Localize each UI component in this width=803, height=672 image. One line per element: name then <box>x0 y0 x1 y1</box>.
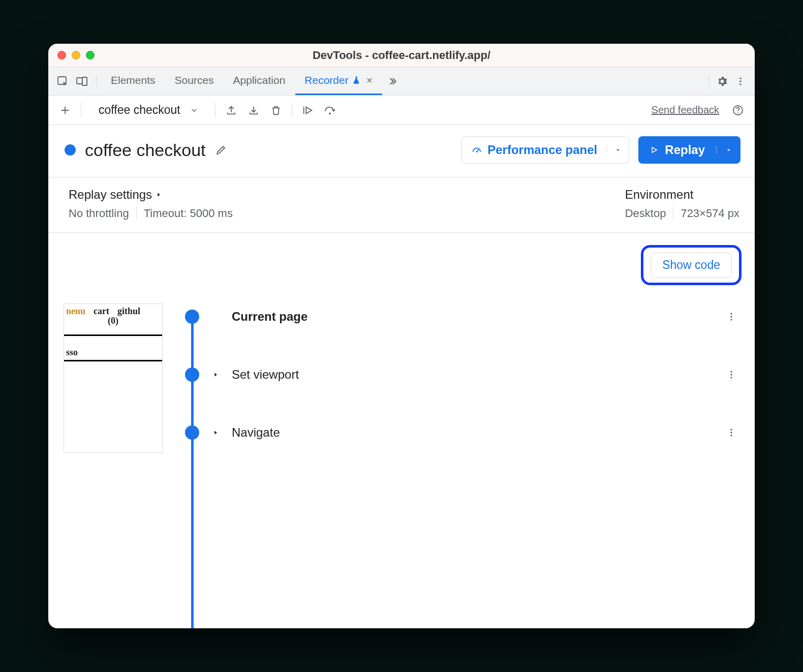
recording-selector[interactable]: coffee checkout <box>91 101 205 119</box>
timeout-value[interactable]: Timeout: 5000 ms <box>144 207 233 220</box>
caret-right-icon <box>155 191 162 198</box>
svg-point-16 <box>730 377 732 378</box>
traffic-lights <box>57 51 95 59</box>
performance-panel-label: Performance panel <box>487 143 597 157</box>
show-code-button[interactable]: Show code <box>651 253 732 278</box>
separator <box>136 207 137 220</box>
minimize-window-button[interactable] <box>72 51 80 59</box>
svg-point-4 <box>739 77 741 79</box>
tab-label: Application <box>233 74 286 86</box>
timeline-node <box>185 310 199 324</box>
caret-right-icon <box>210 429 221 436</box>
help-icon[interactable] <box>728 101 748 120</box>
step-menu-icon[interactable] <box>726 312 740 322</box>
performance-panel-button[interactable]: Performance panel <box>461 136 629 164</box>
titlebar: DevTools - coffee-cart.netlify.app/ <box>48 44 755 67</box>
replay-settings-toggle[interactable]: Replay settings <box>69 188 233 202</box>
replay-label: Replay <box>665 143 705 157</box>
settings-row: Replay settings No throttling Timeout: 5… <box>48 177 755 233</box>
tab-recorder[interactable]: Recorder <box>295 67 382 95</box>
environment-title: Environment <box>625 188 739 202</box>
recording-selector-label: coffee checkout <box>99 103 180 117</box>
separator <box>292 103 292 118</box>
timeline-node <box>185 425 199 440</box>
step-current-page[interactable]: Current page <box>175 303 740 330</box>
zoom-window-button[interactable] <box>86 51 95 59</box>
continue-icon[interactable] <box>298 101 318 120</box>
step-label: Set viewport <box>232 368 299 382</box>
svg-point-10 <box>476 151 478 152</box>
recorder-toolbar: coffee checkout <box>48 96 755 125</box>
separator <box>81 103 81 118</box>
tab-label: Sources <box>175 74 214 86</box>
dimensions-value[interactable]: 723×574 px <box>681 207 739 220</box>
close-window-button[interactable] <box>57 51 66 59</box>
flask-icon <box>352 76 361 85</box>
separator <box>708 74 709 89</box>
replay-settings-group: Replay settings No throttling Timeout: 5… <box>69 188 233 220</box>
separator <box>673 207 673 220</box>
thumb-item: sso <box>64 336 162 360</box>
performance-panel-dropdown[interactable] <box>606 146 629 154</box>
replay-button[interactable]: Replay <box>638 136 740 164</box>
timeline-node <box>185 368 199 382</box>
send-feedback-link[interactable]: Send feedback <box>652 104 719 116</box>
tab-sources[interactable]: Sources <box>166 67 223 95</box>
recording-name: coffee checkout <box>65 140 227 160</box>
step-over-icon[interactable] <box>321 101 340 120</box>
timeline-line <box>191 310 194 628</box>
step-label: Navigate <box>232 425 280 440</box>
svg-point-9 <box>737 112 738 113</box>
svg-point-18 <box>730 432 732 433</box>
step-menu-icon[interactable] <box>726 370 740 380</box>
devtools-window: DevTools - coffee-cart.netlify.app/ Elem… <box>48 44 755 628</box>
inspect-element-icon[interactable] <box>53 72 72 90</box>
caret-right-icon <box>210 371 221 378</box>
kebab-menu-icon[interactable] <box>731 72 750 90</box>
thumb-nav-cart: cart <box>94 306 109 317</box>
chevron-down-icon <box>190 106 199 115</box>
gauge-icon <box>471 144 482 156</box>
separator <box>96 74 97 89</box>
svg-point-19 <box>730 435 732 436</box>
svg-rect-2 <box>82 77 87 85</box>
devtools-tabstrip: Elements Sources Application Recorder <box>48 67 755 96</box>
tab-elements[interactable]: Elements <box>102 67 165 95</box>
step-navigate[interactable]: Navigate <box>175 419 740 446</box>
device-value[interactable]: Desktop <box>625 207 666 220</box>
delete-icon[interactable] <box>266 101 286 120</box>
settings-gear-icon[interactable] <box>713 72 731 90</box>
tab-application[interactable]: Application <box>224 67 295 95</box>
svg-point-14 <box>730 371 732 373</box>
tab-label: Elements <box>111 74 156 86</box>
steps-timeline: nenu cart githul (0) sso Current page <box>48 285 755 628</box>
device-toolbar-icon[interactable] <box>73 72 91 90</box>
svg-point-12 <box>730 316 732 317</box>
close-tab-icon[interactable] <box>366 77 373 84</box>
import-icon[interactable] <box>244 101 263 120</box>
svg-point-11 <box>730 313 732 315</box>
more-tabs-icon[interactable] <box>383 72 402 90</box>
new-recording-button[interactable] <box>55 101 75 120</box>
edit-name-icon[interactable] <box>215 144 227 156</box>
thumb-nav-menu: nenu <box>66 306 85 317</box>
thumb-cart-count: (0) <box>64 316 162 326</box>
svg-point-5 <box>739 80 741 82</box>
throttling-value[interactable]: No throttling <box>69 207 129 220</box>
step-label: Current page <box>232 310 307 324</box>
replay-dropdown[interactable] <box>716 146 740 154</box>
svg-point-7 <box>329 112 331 114</box>
show-code-row: Show code <box>48 233 755 285</box>
svg-point-17 <box>730 429 732 431</box>
step-menu-icon[interactable] <box>726 427 740 438</box>
svg-point-6 <box>739 83 741 85</box>
recording-header: coffee checkout Performance panel <box>48 125 755 177</box>
thumb-nav-github: githul <box>117 306 140 317</box>
tab-label: Recorder <box>304 74 348 86</box>
environment-group: Environment Desktop 723×574 px <box>625 188 739 220</box>
export-icon[interactable] <box>222 101 241 120</box>
window-title: DevTools - coffee-cart.netlify.app/ <box>48 49 755 62</box>
page-thumbnail: nenu cart githul (0) sso <box>64 303 163 453</box>
step-set-viewport[interactable]: Set viewport <box>175 361 740 388</box>
recording-title: coffee checkout <box>85 140 206 160</box>
